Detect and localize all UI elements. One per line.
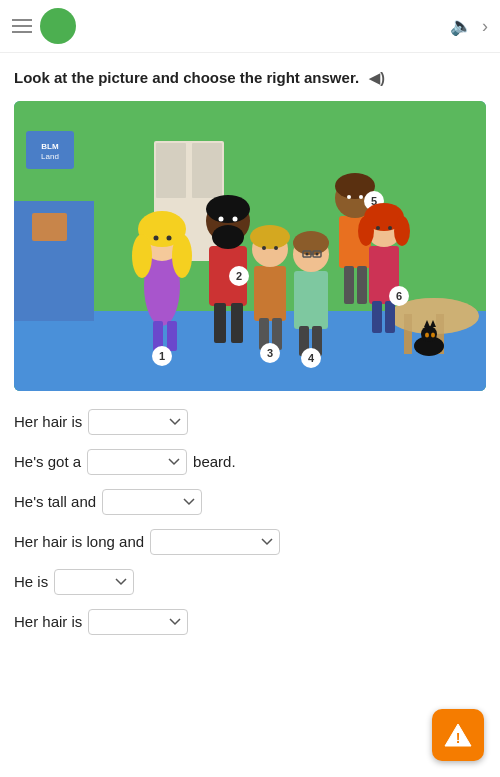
warning-button[interactable]: ! bbox=[432, 709, 484, 761]
question-label-before-2: He's got a bbox=[14, 453, 81, 470]
scene-image: BLM Land bbox=[14, 101, 486, 391]
svg-text:2: 2 bbox=[236, 270, 242, 282]
svg-point-59 bbox=[347, 195, 351, 199]
question-dropdown-6[interactable]: longshortcurlystraightblondebrownredblac… bbox=[88, 609, 188, 635]
main-content: Look at the picture and choose the right… bbox=[0, 53, 500, 729]
svg-text:!: ! bbox=[456, 730, 461, 746]
hamburger-menu-icon[interactable] bbox=[12, 19, 32, 33]
question-label-before-6: Her hair is bbox=[14, 613, 82, 630]
svg-rect-9 bbox=[192, 143, 222, 198]
svg-point-39 bbox=[274, 246, 278, 250]
svg-text:1: 1 bbox=[159, 350, 165, 362]
svg-text:BLM: BLM bbox=[41, 142, 59, 151]
svg-rect-72 bbox=[372, 301, 382, 333]
question-dropdown-2[interactable]: longshortthickthinblackbrown bbox=[87, 449, 187, 475]
svg-point-68 bbox=[358, 216, 374, 246]
svg-text:6: 6 bbox=[396, 290, 402, 302]
question-dropdown-1[interactable]: longshortcurlystraightblondebrownredblac… bbox=[88, 409, 188, 435]
avatar[interactable] bbox=[40, 8, 76, 44]
question-label-before-5: He is bbox=[14, 573, 48, 590]
top-bar-right: 🔈 › bbox=[450, 15, 488, 37]
top-bar-left bbox=[12, 8, 76, 44]
next-arrow-icon[interactable]: › bbox=[482, 16, 488, 37]
question-dropdown-4[interactable]: curlystraightwavyblondered bbox=[150, 529, 280, 555]
svg-point-70 bbox=[376, 226, 380, 230]
svg-rect-73 bbox=[385, 301, 395, 333]
svg-point-71 bbox=[388, 226, 392, 230]
svg-rect-32 bbox=[231, 303, 243, 343]
question-row-1: Her hair islongshortcurlystraightblondeb… bbox=[14, 409, 486, 435]
svg-point-69 bbox=[394, 216, 410, 246]
svg-point-37 bbox=[250, 225, 290, 249]
question-row-3: He's tall andslimfatmuscularshort bbox=[14, 489, 486, 515]
svg-point-30 bbox=[233, 216, 238, 221]
svg-point-60 bbox=[359, 195, 363, 199]
question-dropdown-5[interactable]: tallshortslimfat bbox=[54, 569, 134, 595]
svg-point-20 bbox=[167, 235, 172, 240]
svg-point-38 bbox=[262, 246, 266, 250]
svg-text:4: 4 bbox=[308, 352, 315, 364]
questions-container: Her hair islongshortcurlystraightblondeb… bbox=[14, 409, 486, 635]
svg-rect-62 bbox=[357, 266, 367, 304]
svg-point-19 bbox=[154, 235, 159, 240]
svg-text:3: 3 bbox=[267, 347, 273, 359]
question-label-before-3: He's tall and bbox=[14, 493, 96, 510]
svg-text:Land: Land bbox=[41, 152, 59, 161]
svg-point-51 bbox=[316, 252, 319, 255]
question-label-before-1: Her hair is bbox=[14, 413, 82, 430]
sound-icon[interactable]: 🔈 bbox=[450, 15, 472, 37]
svg-rect-61 bbox=[344, 266, 354, 304]
svg-point-18 bbox=[172, 234, 192, 278]
question-label-after-2: beard. bbox=[193, 453, 236, 470]
instruction-sound-icon[interactable]: ◀) bbox=[369, 69, 385, 89]
svg-rect-35 bbox=[254, 266, 286, 321]
svg-rect-31 bbox=[214, 303, 226, 343]
svg-point-50 bbox=[306, 252, 309, 255]
question-label-before-4: Her hair is long and bbox=[14, 533, 144, 550]
svg-rect-44 bbox=[294, 271, 328, 329]
svg-rect-22 bbox=[167, 321, 177, 351]
question-row-2: He's got alongshortthickthinblackbrownbe… bbox=[14, 449, 486, 475]
instruction-text: Look at the picture and choose the right… bbox=[14, 67, 486, 89]
svg-point-81 bbox=[431, 332, 435, 337]
question-dropdown-3[interactable]: slimfatmuscularshort bbox=[102, 489, 202, 515]
svg-point-80 bbox=[425, 332, 429, 337]
question-row-5: He istallshortslimfat bbox=[14, 569, 486, 595]
svg-rect-8 bbox=[156, 143, 186, 198]
svg-point-29 bbox=[219, 216, 224, 221]
svg-point-28 bbox=[206, 195, 250, 223]
svg-point-17 bbox=[132, 234, 152, 278]
question-row-6: Her hair islongshortcurlystraightblondeb… bbox=[14, 609, 486, 635]
svg-rect-6 bbox=[32, 213, 67, 241]
question-row-4: Her hair is long andcurlystraightwavyblo… bbox=[14, 529, 486, 555]
top-bar: 🔈 › bbox=[0, 0, 500, 53]
svg-point-27 bbox=[212, 225, 244, 249]
